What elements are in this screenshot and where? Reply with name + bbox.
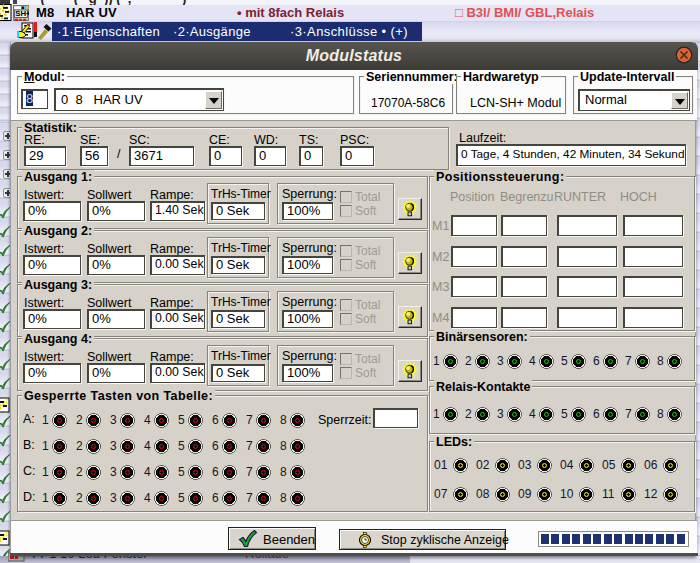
svg-text:SH+: SH+: [15, 9, 29, 18]
